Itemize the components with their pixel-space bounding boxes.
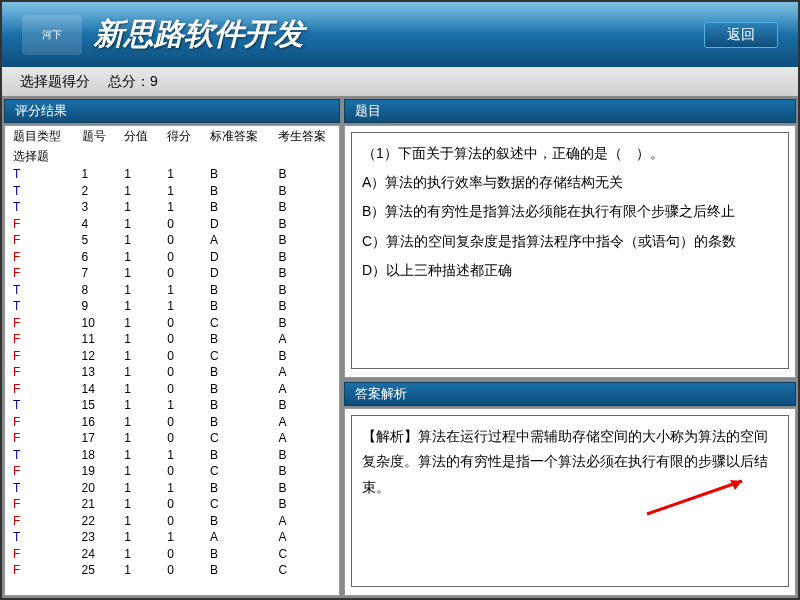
- table-row[interactable]: F510AB: [5, 232, 339, 249]
- question-option-d: D）以上三种描述都正确: [362, 258, 778, 283]
- question-option-a: A）算法的执行效率与数据的存储结构无关: [362, 170, 778, 195]
- type-label: 选择题: [5, 146, 339, 166]
- answer-text: 【解析】算法在运行过程中需辅助存储空间的大小称为算法的空间复杂度。算法的有穷性是…: [362, 424, 778, 500]
- score-total: 总分：9: [108, 73, 158, 91]
- table-row[interactable]: F2510BC: [5, 562, 339, 579]
- table-row[interactable]: T2311AA: [5, 529, 339, 546]
- col-type: 题目类型: [5, 126, 74, 146]
- app-logo: 河下: [22, 15, 82, 55]
- table-type-row: 选择题: [5, 146, 339, 166]
- table-row[interactable]: F1910CB: [5, 463, 339, 480]
- main-area: 评分结果 题目类型 题号 分值 得分 标准答案 考生答案: [2, 97, 798, 598]
- table-row[interactable]: T311BB: [5, 199, 339, 216]
- question-content[interactable]: （1）下面关于算法的叙述中，正确的是（ ）。 A）算法的执行效率与数据的存储结构…: [344, 125, 796, 378]
- app-title: 新思路软件开发: [94, 14, 304, 55]
- answer-content[interactable]: 【解析】算法在运行过程中需辅助存储空间的大小称为算法的空间复杂度。算法的有穷性是…: [344, 408, 796, 596]
- header-left: 河下 新思路软件开发: [22, 14, 304, 55]
- left-panel: 评分结果 题目类型 题号 分值 得分 标准答案 考生答案: [2, 97, 342, 598]
- right-panel: 题目 （1）下面关于算法的叙述中，正确的是（ ）。 A）算法的执行效率与数据的存…: [342, 97, 798, 598]
- back-button[interactable]: 返回: [704, 22, 778, 48]
- table-row[interactable]: T2011BB: [5, 480, 339, 497]
- table-row[interactable]: F2110CB: [5, 496, 339, 513]
- table-row[interactable]: F1310BA: [5, 364, 339, 381]
- col-ans: 考生答案: [270, 126, 339, 146]
- table-header-row: 题目类型 题号 分值 得分 标准答案 考生答案: [5, 126, 339, 146]
- table-row[interactable]: F1610BA: [5, 414, 339, 431]
- question-option-b: B）算法的有穷性是指算法必须能在执行有限个步骤之后终止: [362, 199, 778, 224]
- question-stem: （1）下面关于算法的叙述中，正确的是（ ）。: [362, 141, 778, 166]
- table-row[interactable]: F610DB: [5, 249, 339, 266]
- score-bar: 选择题得分 总分：9: [2, 67, 798, 97]
- table-row[interactable]: F2410BC: [5, 546, 339, 563]
- results-panel-body: 题目类型 题号 分值 得分 标准答案 考生答案 选择题 T111BB: [4, 125, 340, 596]
- table-row[interactable]: F2210BA: [5, 513, 339, 530]
- table-row[interactable]: T1811BB: [5, 447, 339, 464]
- table-row[interactable]: F1010CB: [5, 315, 339, 332]
- table-row[interactable]: T111BB: [5, 166, 339, 183]
- table-row[interactable]: T811BB: [5, 282, 339, 299]
- col-index: 题号: [74, 126, 117, 146]
- col-got: 得分: [159, 126, 202, 146]
- question-area: 题目 （1）下面关于算法的叙述中，正确的是（ ）。 A）算法的执行效率与数据的存…: [342, 97, 798, 380]
- answer-area: 答案解析 【解析】算法在运行过程中需辅助存储空间的大小称为算法的空间复杂度。算法…: [342, 380, 798, 598]
- col-score: 分值: [116, 126, 159, 146]
- table-row[interactable]: T211BB: [5, 183, 339, 200]
- table-row[interactable]: T911BB: [5, 298, 339, 315]
- app-header: 河下 新思路软件开发 返回: [2, 2, 798, 67]
- table-row[interactable]: F1210CB: [5, 348, 339, 365]
- score-section-label: 选择题得分: [20, 73, 90, 91]
- question-panel-title: 题目: [344, 99, 796, 123]
- results-panel-title: 评分结果: [4, 99, 340, 123]
- table-row[interactable]: T1511BB: [5, 397, 339, 414]
- results-table-wrap[interactable]: 题目类型 题号 分值 得分 标准答案 考生答案 选择题 T111BB: [5, 126, 339, 595]
- answer-panel-title: 答案解析: [344, 382, 796, 406]
- table-row[interactable]: F1410BA: [5, 381, 339, 398]
- table-row[interactable]: F1710CA: [5, 430, 339, 447]
- table-row[interactable]: F410DB: [5, 216, 339, 233]
- table-row[interactable]: F710DB: [5, 265, 339, 282]
- table-row[interactable]: F1110BA: [5, 331, 339, 348]
- col-std: 标准答案: [202, 126, 271, 146]
- question-option-c: C）算法的空间复杂度是指算法程序中指令（或语句）的条数: [362, 229, 778, 254]
- results-table: 题目类型 题号 分值 得分 标准答案 考生答案 选择题 T111BB: [5, 126, 339, 579]
